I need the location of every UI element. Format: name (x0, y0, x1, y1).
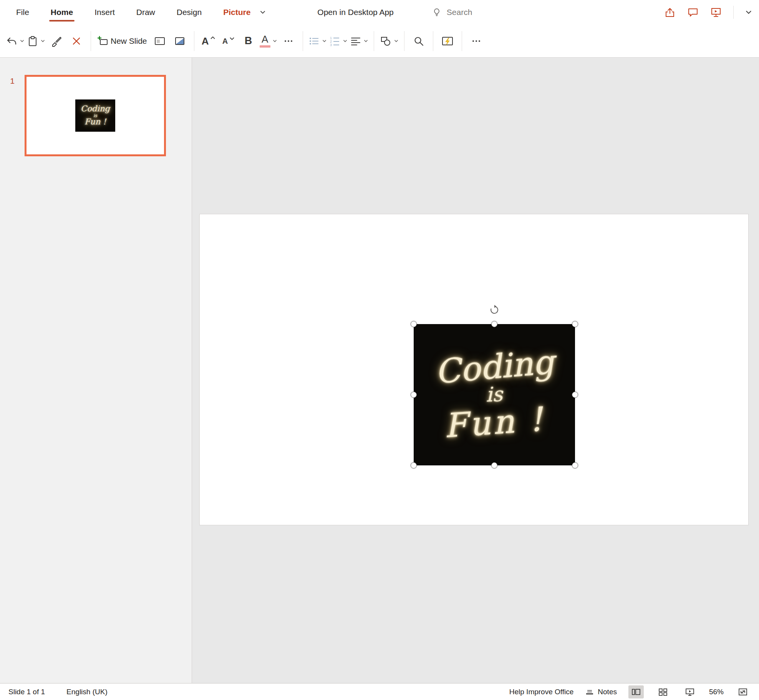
thumb-picture-text-line1: Coding (81, 105, 110, 113)
resize-handle-top-middle[interactable] (491, 321, 497, 327)
thumbnail-picture-preview: Coding is Fun ! (75, 99, 115, 132)
find-button[interactable] (410, 30, 428, 52)
menu-bar: File Home Insert Draw Design Picture Ope… (0, 0, 759, 25)
slide-thumbnail-panel: 1 Coding is Fun ! (0, 58, 192, 683)
notes-toggle[interactable]: Notes (585, 687, 617, 697)
coding-is-fun-picture[interactable]: Coding is Fun ! (414, 324, 575, 465)
more-ribbon-options-chevron-icon[interactable] (745, 9, 752, 16)
increase-font-size-button[interactable]: A (200, 30, 217, 52)
top-actions-divider (733, 6, 734, 19)
shapes-chevron-icon[interactable] (394, 38, 399, 43)
ribbon-divider (433, 31, 433, 51)
align-chevron-icon[interactable] (363, 38, 368, 43)
share-icon[interactable] (664, 7, 676, 18)
font-color-glyph: A (262, 34, 268, 44)
designer-button[interactable] (439, 30, 456, 52)
font-group: A A B A (200, 30, 297, 52)
comments-icon[interactable] (687, 7, 699, 18)
fit-to-window-button[interactable] (735, 685, 751, 698)
picture-text-line3: Fun ! (443, 402, 546, 443)
slides-group: New Slide (96, 30, 189, 52)
ribbon-divider (91, 31, 91, 51)
present-icon[interactable] (710, 7, 722, 18)
layout-icon[interactable] (151, 30, 169, 52)
ribbon-divider (374, 31, 374, 51)
bold-glyph: B (245, 36, 252, 46)
menu-tab-design[interactable]: Design (166, 0, 212, 25)
font-color-chevron-icon[interactable] (272, 38, 277, 43)
menu-tab-insert[interactable]: Insert (84, 0, 126, 25)
resize-handle-top-left[interactable] (411, 321, 417, 327)
resize-handle-middle-right[interactable] (572, 392, 578, 398)
slide-indicator: Slide 1 of 1 (8, 688, 45, 696)
delete-button[interactable] (68, 30, 85, 52)
lightbulb-icon (432, 8, 441, 17)
ribbon-divider (462, 31, 462, 51)
resize-handle-bottom-middle[interactable] (491, 462, 497, 468)
slideshow-view-button[interactable] (682, 685, 698, 698)
align-button[interactable] (350, 30, 368, 52)
resize-handle-bottom-left[interactable] (411, 462, 417, 468)
zoom-level[interactable]: 56% (709, 688, 724, 696)
ribbon-divider (404, 31, 404, 51)
search-input[interactable]: Search (432, 8, 472, 17)
slide-1-editing-surface[interactable]: Coding is Fun ! (200, 214, 748, 525)
thumb-picture-text-line3: Fun ! (85, 118, 106, 126)
reset-slide-icon[interactable] (171, 30, 189, 52)
numbering-button[interactable]: 123 (329, 30, 348, 52)
rotate-handle-icon[interactable] (489, 305, 499, 315)
menu-tab-draw[interactable]: Draw (126, 0, 166, 25)
resize-handle-bottom-right[interactable] (572, 462, 578, 468)
paste-button[interactable] (27, 30, 45, 52)
thumbnail-row: 1 Coding is Fun ! (0, 75, 192, 156)
undo-clipboard-group (6, 30, 85, 52)
bullets-button[interactable] (308, 30, 327, 52)
paste-chevron-icon[interactable] (40, 38, 45, 43)
shapes-button[interactable] (380, 30, 399, 52)
notes-icon (585, 687, 594, 697)
language-selector[interactable]: English (UK) (66, 688, 108, 696)
font-increase-glyph: A (202, 36, 209, 46)
picture-tab-chevron-icon[interactable] (254, 0, 271, 25)
decrease-font-size-button[interactable]: A (220, 30, 237, 52)
undo-button[interactable] (6, 30, 25, 52)
resize-handle-top-right[interactable] (572, 321, 578, 327)
menu-tabs: File Home Insert Draw Design Picture (5, 0, 271, 25)
selected-picture-wrapper: Coding is Fun ! (414, 324, 575, 465)
status-bar-left: Slide 1 of 1 English (UK) (8, 688, 108, 696)
bullets-chevron-icon[interactable] (322, 38, 327, 43)
powerpoint-web-app: File Home Insert Draw Design Picture Ope… (0, 0, 759, 700)
status-bar: Slide 1 of 1 English (UK) Help Improve O… (0, 683, 759, 700)
ribbon-divider (303, 31, 303, 51)
numbering-chevron-icon[interactable] (343, 38, 348, 43)
top-right-actions (664, 6, 752, 19)
ribbon-toolbar: New Slide A A B A (0, 25, 759, 58)
menu-tab-file[interactable]: File (5, 0, 40, 25)
font-decrease-glyph: A (222, 37, 228, 45)
open-in-desktop-app-button[interactable]: Open in Desktop App (317, 8, 393, 17)
paragraph-group: 123 (308, 30, 368, 52)
slide-sorter-view-button[interactable] (655, 685, 671, 698)
help-improve-office-link[interactable]: Help Improve Office (509, 688, 574, 696)
slide-1-thumbnail[interactable]: Coding is Fun ! (25, 75, 166, 156)
new-slide-button[interactable]: New Slide (96, 30, 149, 52)
picture-text-line1: Coding (433, 345, 555, 389)
notes-label: Notes (598, 688, 617, 696)
search-placeholder: Search (447, 8, 472, 17)
editing-canvas: Coding is Fun ! (192, 58, 759, 683)
normal-view-button[interactable] (628, 685, 644, 698)
undo-chevron-icon[interactable] (20, 38, 25, 43)
status-bar-right: Help Improve Office Notes 56% (509, 685, 751, 698)
slide-number-label: 1 (0, 75, 25, 86)
font-color-swatch (260, 45, 270, 48)
svg-text:3: 3 (330, 43, 332, 47)
format-painter-button[interactable] (48, 30, 65, 52)
ribbon-divider (194, 31, 194, 51)
resize-handle-middle-left[interactable] (411, 392, 417, 398)
font-color-button[interactable]: A (260, 30, 277, 52)
menu-tab-home[interactable]: Home (40, 0, 84, 25)
bold-button[interactable]: B (240, 30, 257, 52)
more-ribbon-commands-icon[interactable] (467, 30, 485, 52)
more-font-options-icon[interactable] (280, 30, 297, 52)
menu-tab-picture[interactable]: Picture (212, 0, 254, 25)
